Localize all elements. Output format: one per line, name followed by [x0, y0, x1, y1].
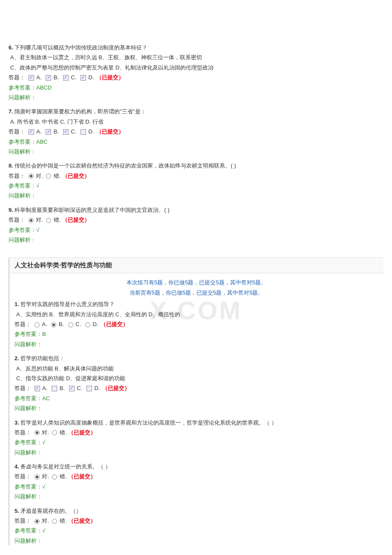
checkbox-a[interactable]: [29, 75, 34, 81]
reference-answer: 参考答案：ABC: [9, 137, 383, 147]
submitted-status: （已提交）: [62, 217, 90, 223]
label-true: 对: [42, 517, 47, 524]
analysis-line: 问题解析：: [14, 491, 378, 501]
reference-answer: 参考答案：√: [14, 482, 378, 491]
radio-true[interactable]: [35, 430, 40, 435]
answer-line: 答题： 对. 错. （已提交）: [9, 215, 383, 225]
checkbox-b[interactable]: [46, 129, 51, 135]
answer-line: 答题： A. B. C. D. （已提交）: [14, 319, 378, 329]
checkbox-a[interactable]: [29, 129, 34, 135]
option-label: B.: [57, 321, 64, 327]
radio-false[interactable]: [52, 430, 57, 435]
section-2-title: 人文社会科学类·哲学的性质与功能: [9, 257, 383, 273]
submitted-status: （已提交）: [62, 173, 90, 179]
radio-false[interactable]: [52, 474, 57, 480]
checkbox-c[interactable]: [63, 75, 69, 81]
analysis-line: 问题解析：: [9, 235, 383, 245]
answer-line: 答题： 对. 错. （已提交）: [14, 471, 378, 481]
analysis-line: 问题解析：: [14, 339, 378, 349]
option-label: D.: [87, 74, 94, 81]
submitted-status: （已提交）: [68, 429, 96, 436]
question-options: C、指导实践的功能 D、促进家庭和谐的功能: [14, 373, 378, 383]
radio-c[interactable]: [68, 322, 73, 327]
question-block: 7. 隋唐时掌握国家重要权力的机构，即所谓的"三省"是： A. 尚书省 B. 中…: [9, 107, 383, 156]
analysis-line: 问题解析：: [9, 92, 383, 102]
answer-line: 答题： A. B. C. D. （已提交）: [14, 383, 378, 393]
radio-false[interactable]: [52, 519, 57, 524]
option-label: D.: [87, 128, 94, 135]
radio-d[interactable]: [85, 322, 90, 327]
question-block: 5. 矛盾是客观存在的。（）答题： 对. 错. （已提交）参考答案：√问题解析：: [14, 506, 378, 546]
option-label: A.: [41, 385, 48, 391]
checkbox-d[interactable]: [86, 386, 92, 391]
submitted-status: （已提交）: [68, 517, 96, 524]
checkbox-c[interactable]: [69, 386, 75, 391]
section-1: 6. 下列哪几项可以概括为中国传统政治制度的基本特征？ A、君主制政体一以贯之，…: [0, 43, 392, 245]
question-text: 5. 矛盾是客观存在的。（）: [14, 506, 378, 516]
section-2-questions: 1. 哲学对实践的指导是什么意义的指导？ A、实用性的 B、世界观和方法论高度的…: [9, 299, 383, 546]
option-label: B.: [58, 385, 65, 391]
analysis-line: 问题解析：: [9, 191, 383, 200]
question-block: 2. 哲学的功能包括： A、反思的功能 B、解决具体问题的功能 C、指导实践的功…: [14, 353, 378, 413]
radio-true[interactable]: [35, 474, 40, 480]
reference-answer: 参考答案：ABCD: [9, 83, 383, 92]
radio-true[interactable]: [35, 519, 40, 524]
question-text: 6. 下列哪几项可以概括为中国传统政治制度的基本特征？: [9, 43, 383, 52]
label-false: 错: [60, 517, 65, 524]
label-false: 错: [60, 429, 65, 436]
option-label: A.: [40, 321, 47, 327]
submitted-status: （已提交）: [96, 74, 124, 81]
analysis-line: 问题解析：: [14, 536, 378, 546]
checkbox-c[interactable]: [63, 129, 69, 135]
radio-b[interactable]: [51, 322, 56, 327]
radio-false[interactable]: [46, 173, 51, 179]
radio-false[interactable]: [46, 218, 51, 223]
question-options: A、反思的功能 B、解决具体问题的功能: [14, 364, 378, 373]
option-label: A.: [35, 128, 42, 135]
label-true: 对: [42, 473, 47, 480]
question-text: 1. 哲学对实践的指导是什么意义的指导？: [14, 299, 378, 309]
checkbox-a[interactable]: [35, 386, 40, 391]
answer-line: 答题： 对. 错. （已提交）: [14, 516, 378, 526]
question-text: 8. 传统社会的中国是一个以农耕自然经济为特征的农业国家，政体始终与农耕文明相联…: [9, 161, 383, 171]
summary-line-2: 当前页有5题，你已做5题，已提交5题，其中答对5题。: [9, 288, 383, 298]
radio-a[interactable]: [35, 322, 40, 327]
option-label: C.: [69, 128, 77, 135]
question-options: C、政体的严整与思想的控制严密互为表里 D、礼制法律化及以礼治国的伦理型政治: [9, 63, 383, 72]
checkbox-d[interactable]: [81, 75, 86, 81]
question-block: 6. 下列哪几项可以概括为中国传统政治制度的基本特征？ A、君主制政体一以贯之，…: [9, 43, 383, 102]
reference-answer: 参考答案：B: [14, 329, 378, 339]
radio-true[interactable]: [29, 173, 34, 179]
answer-line: 答题： 对. 错. （已提交）: [14, 428, 378, 437]
answer-line: 答题： A. B. C. D. （已提交）: [9, 72, 383, 82]
question-text: 3. 哲学是对人类知识的高度抽象概括，是世界观和方法论的高度统一，哲学是理论化系…: [14, 418, 378, 428]
option-label: C.: [74, 321, 81, 327]
answer-line: 答题： 对. 错. （已提交）: [9, 171, 383, 181]
reference-answer: 参考答案：√: [9, 181, 383, 191]
summary-line-1: 本次练习有5题，你已做5题，已提交5题，其中答对5题。: [9, 278, 383, 287]
reference-answer: 参考答案：√: [14, 437, 378, 447]
question-text: 9. 科举制度最重要和影响深远的意义是造就了中国的文官政治。( ): [9, 205, 383, 215]
reference-answer: 参考答案：AC: [14, 393, 378, 403]
question-text: 4. 务虚与务实是对立统一的关系。（ ）: [14, 462, 378, 471]
label-true: 对: [36, 173, 41, 179]
question-block: 9. 科举制度最重要和影响深远的意义是造就了中国的文官政治。( )答题： 对. …: [9, 205, 383, 245]
analysis-line: 问题解析：: [9, 147, 383, 156]
label-false: 错: [54, 217, 59, 223]
option-label: B.: [52, 128, 59, 135]
checkbox-b[interactable]: [52, 386, 57, 391]
option-label: B.: [52, 74, 59, 81]
answer-line: 答题： A. B. C. D. （已提交）: [9, 127, 383, 136]
analysis-line: 问题解析：: [14, 403, 378, 413]
checkbox-d[interactable]: [81, 129, 86, 135]
question-block: 8. 传统社会的中国是一个以农耕自然经济为特征的农业国家，政体始终与农耕文明相联…: [9, 161, 383, 201]
question-block: 3. 哲学是对人类知识的高度抽象概括，是世界观和方法论的高度统一，哲学是理论化系…: [14, 418, 378, 458]
label-false: 错: [60, 473, 65, 480]
checkbox-b[interactable]: [46, 75, 51, 81]
option-label: A.: [35, 74, 42, 81]
label-true: 对: [42, 429, 47, 436]
submitted-status: （已提交）: [96, 128, 124, 135]
radio-true[interactable]: [29, 218, 34, 223]
section-2-box: 人文社会科学类·哲学的性质与功能 本次练习有5题，你已做5题，已提交5题，其中答…: [9, 257, 383, 546]
question-block: 1. 哲学对实践的指导是什么意义的指导？ A、实用性的 B、世界观和方法论高度的…: [14, 299, 378, 349]
